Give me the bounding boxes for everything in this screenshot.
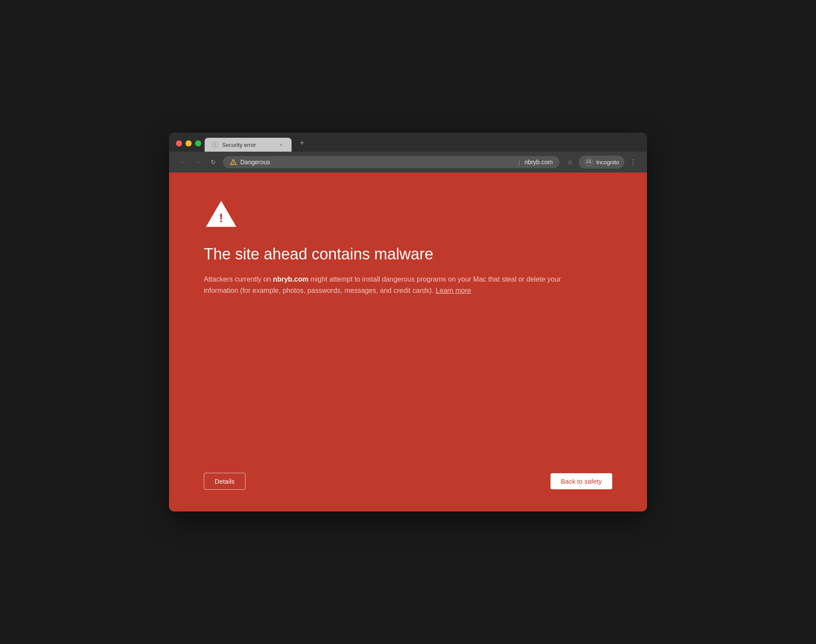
address-bar-row: ← → ↻ ! Dangerous | nbryb.com ☆	[169, 152, 647, 173]
svg-point-2	[585, 158, 593, 166]
active-tab[interactable]: Security error ×	[205, 138, 292, 152]
details-button[interactable]: Details	[204, 473, 245, 490]
address-separator: |	[518, 159, 520, 166]
warning-triangle-icon: !	[204, 199, 239, 229]
svg-point-3	[587, 162, 589, 163]
back-button[interactable]: ←	[176, 156, 188, 168]
tab-icon	[212, 141, 219, 148]
title-bar: Security error × +	[169, 133, 647, 152]
bookmark-button[interactable]: ☆	[563, 155, 577, 169]
bold-domain: nbryb.com	[273, 276, 308, 283]
reload-button[interactable]: ↻	[207, 156, 219, 168]
incognito-label: Incognito	[596, 159, 619, 166]
traffic-lights	[176, 140, 201, 152]
tab-title: Security error	[222, 142, 274, 148]
page-heading: The site ahead contains malware	[204, 245, 612, 263]
svg-text:!: !	[219, 211, 223, 225]
address-bar[interactable]: ! Dangerous | nbryb.com	[223, 156, 560, 168]
page-content: ! The site ahead contains malware Attack…	[169, 173, 647, 511]
browser-window: Security error × + ← → ↻ ! Dangerous | n…	[169, 133, 647, 511]
tab-close-button[interactable]: ×	[278, 141, 285, 148]
page-description: Attackers currently on nbryb.com might a…	[204, 274, 595, 296]
description-before-bold: Attackers currently on	[204, 276, 273, 283]
learn-more-link[interactable]: Learn more	[436, 287, 471, 294]
warning-icon-container: !	[204, 199, 612, 231]
toolbar-right: ☆ Incognito ⋮	[563, 155, 640, 169]
forward-button[interactable]: →	[192, 156, 204, 168]
address-domain: nbryb.com	[524, 159, 553, 166]
close-button[interactable]	[176, 140, 182, 146]
svg-point-4	[589, 162, 591, 163]
svg-text:!: !	[233, 161, 234, 164]
page-actions: Details Back to safety	[204, 473, 612, 490]
back-to-safety-button[interactable]: Back to safety	[551, 473, 612, 489]
maximize-button[interactable]	[195, 140, 201, 146]
menu-button[interactable]: ⋮	[626, 155, 640, 169]
dangerous-label: Dangerous	[240, 159, 514, 166]
incognito-button[interactable]: Incognito	[579, 156, 624, 169]
danger-icon: !	[230, 159, 237, 166]
incognito-icon	[584, 157, 594, 167]
new-tab-button[interactable]: +	[295, 138, 309, 152]
minimize-button[interactable]	[186, 140, 192, 146]
